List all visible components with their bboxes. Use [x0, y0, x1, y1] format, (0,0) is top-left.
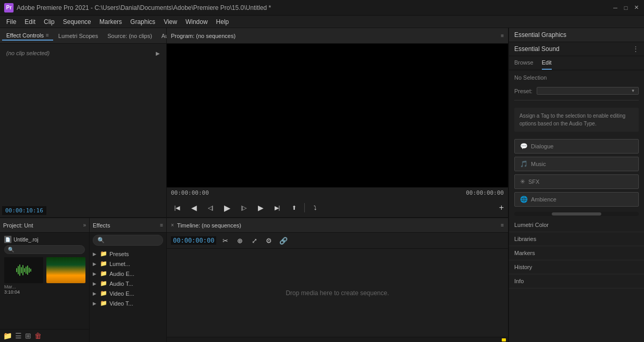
- menu-graphics[interactable]: Graphics: [126, 17, 159, 27]
- controls-divider: [304, 203, 305, 212]
- add-track-icon[interactable]: ⊕: [234, 235, 245, 246]
- tree-item-presets[interactable]: ▶ 📁 Presets: [90, 249, 166, 259]
- menu-sequence[interactable]: Sequence: [59, 17, 95, 27]
- essential-sound-menu-icon[interactable]: ⋮: [633, 45, 639, 53]
- effects-menu-icon[interactable]: ≡: [160, 222, 163, 228]
- timeline-close-icon[interactable]: ×: [171, 222, 174, 228]
- menu-file[interactable]: File: [2, 17, 20, 27]
- tree-item-audio-e[interactable]: ▶ 📁 Audio E...: [90, 269, 166, 278]
- project-panel-header: Project: Unt »: [0, 218, 89, 233]
- music-button[interactable]: 🎵 Music: [514, 157, 639, 171]
- tree-folder-icon: 📁: [100, 300, 107, 307]
- next-edit-icon[interactable]: |▷: [238, 201, 250, 214]
- menu-help[interactable]: Help: [212, 17, 233, 27]
- assign-tag-text: Assign a Tag to the selection to enable …: [519, 113, 625, 126]
- section-lumetri-color[interactable]: Lumetri Color: [509, 218, 644, 232]
- settings-icon[interactable]: ⚙: [263, 235, 275, 246]
- tree-item-audio-t[interactable]: ▶ 📁 Audio T...: [90, 278, 166, 288]
- tab-browse[interactable]: Browse: [514, 56, 534, 70]
- timeline-menu-icon[interactable]: ≡: [501, 222, 504, 228]
- menu-window[interactable]: Window: [181, 17, 212, 27]
- close-button[interactable]: ✕: [633, 4, 640, 11]
- project-file-row[interactable]: 📄 Untitle_.roj: [2, 235, 87, 244]
- timeline-toolbar: 00:00:00:00 ✂ ⊕ ⤢ ⚙ 🔗: [167, 233, 508, 249]
- tree-label: Audio T...: [109, 281, 133, 287]
- play-button[interactable]: ▶: [221, 201, 233, 214]
- browse-edit-tabs: Browse Edit: [509, 56, 644, 70]
- preview-menu-icon[interactable]: ≡: [501, 33, 504, 39]
- menu-markers[interactable]: Markers: [95, 17, 126, 27]
- title-bar-controls[interactable]: ─ □ ✕: [612, 4, 640, 11]
- lift-icon[interactable]: ⬆: [288, 201, 300, 214]
- section-info[interactable]: Info: [509, 274, 644, 288]
- project-overflow-icon[interactable]: »: [83, 222, 86, 228]
- link-unlink-icon[interactable]: 🔗: [278, 235, 289, 246]
- drop-media-text: Drop media here to create sequence.: [286, 289, 389, 297]
- minimize-button[interactable]: ─: [612, 4, 619, 11]
- new-bin-icon[interactable]: 📁: [3, 332, 12, 340]
- sfx-button[interactable]: ✳ SFX: [514, 174, 639, 189]
- tree-arrow-icon: ▶: [93, 271, 98, 276]
- right-panel-scrollbar[interactable]: [514, 212, 639, 216]
- menu-edit[interactable]: Edit: [20, 17, 40, 27]
- tab-effect-controls[interactable]: Effect Controls ≡: [2, 31, 53, 41]
- effects-search-box[interactable]: 🔍: [93, 235, 163, 246]
- timeline-timecode[interactable]: 00:00:00:00: [171, 236, 216, 245]
- tree-arrow-icon: ▶: [93, 281, 98, 286]
- waveform-bar: [26, 267, 27, 274]
- title-bar: Pr Adobe Premiere Pro 2021 - C:\Users\Da…: [0, 0, 644, 16]
- tab-source[interactable]: Source: (no clips): [103, 32, 156, 40]
- project-list: 📄 Untitle_.roj 🔍: [0, 233, 89, 329]
- music-icon: 🎵: [520, 160, 528, 168]
- ripple-delete-icon[interactable]: ✂: [219, 235, 231, 246]
- ambience-button[interactable]: 🌐 Ambience: [514, 192, 639, 207]
- lumetri-color-label: Lumetri Color: [514, 222, 549, 228]
- preset-dropdown[interactable]: ▼: [537, 87, 639, 95]
- mark-in-icon[interactable]: |◀: [171, 201, 183, 214]
- tree-item-video-e[interactable]: ▶ 📁 Video E...: [90, 288, 166, 298]
- timeline-title: Timeline: (no sequences): [177, 222, 498, 229]
- tree-item-video-t[interactable]: ▶ 📁 Video T...: [90, 298, 166, 308]
- dialogue-button[interactable]: 💬 Dialogue: [514, 139, 639, 154]
- expand-arrow-icon[interactable]: ▶: [156, 50, 160, 56]
- menu-clip[interactable]: Clip: [40, 17, 59, 27]
- list-view-icon[interactable]: ☰: [15, 332, 22, 340]
- tree-folder-icon: 📁: [100, 290, 107, 297]
- maximize-button[interactable]: □: [622, 4, 629, 11]
- mark-out-icon[interactable]: ▶|: [271, 201, 283, 214]
- tree-label: Lumet...: [109, 261, 130, 267]
- tree-folder-icon: 📁: [100, 280, 107, 287]
- delete-icon[interactable]: 🗑: [34, 332, 42, 340]
- video-thumbnail[interactable]: [46, 257, 85, 283]
- right-panel-title: Essential Graphics: [514, 31, 566, 39]
- timeline-scrollbar[interactable]: [167, 337, 508, 342]
- menu-view[interactable]: View: [159, 17, 181, 27]
- section-markers[interactable]: Markers: [509, 246, 644, 260]
- step-back-icon[interactable]: ◀: [188, 201, 200, 214]
- thumb-duration: 3:10:04: [4, 289, 43, 295]
- prev-edit-icon[interactable]: ◁|: [204, 201, 217, 214]
- section-history[interactable]: History: [509, 260, 644, 274]
- timecode-right: 00:00:00:00: [466, 189, 504, 196]
- tab-lumetri-scopes[interactable]: Lumetri Scopes: [54, 32, 102, 40]
- tab-edit[interactable]: Edit: [542, 56, 552, 70]
- thumb-label: Mar...: [4, 284, 43, 289]
- section-libraries[interactable]: Libraries: [509, 232, 644, 246]
- menu-bar: File Edit Clip Sequence Markers Graphics…: [0, 16, 644, 28]
- effect-controls-menu-icon[interactable]: ≡: [46, 32, 49, 38]
- audio-thumbnail[interactable]: [4, 257, 43, 283]
- project-search-box[interactable]: 🔍: [4, 245, 85, 254]
- insert-icon[interactable]: ⤵: [309, 201, 321, 214]
- effect-controls-area: Effect Controls ≡ Lumetri Scopes Source:…: [0, 28, 166, 218]
- icon-view-icon[interactable]: ⊞: [25, 332, 31, 340]
- tree-item-lumet[interactable]: ▶ 📁 Lumet...: [90, 259, 166, 269]
- add-marker-button[interactable]: +: [499, 203, 504, 212]
- track-height-icon[interactable]: ⤢: [249, 235, 260, 246]
- step-forward-icon[interactable]: ▶: [254, 201, 267, 214]
- preview-section: Program: (no sequences) ≡ 00:00:00:00 00…: [167, 28, 508, 218]
- preset-row: Preset: ▼: [509, 85, 644, 97]
- waveform-bar: [19, 264, 20, 276]
- timeline-header: × Timeline: (no sequences) ≡: [167, 218, 508, 233]
- project-effects-row: Project: Unt » 📄 Untitle_.roj 🔍: [0, 218, 166, 342]
- effect-controls-tabs: Effect Controls ≡ Lumetri Scopes Source:…: [0, 28, 166, 44]
